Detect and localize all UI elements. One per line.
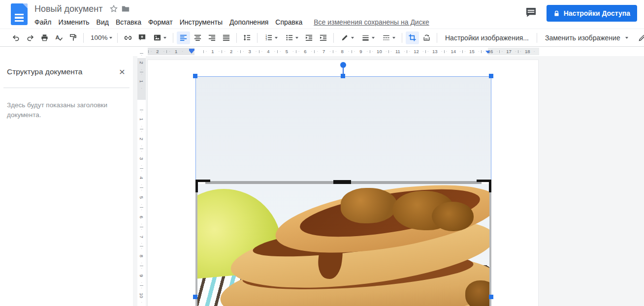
edit-button[interactable]: Редактирова...	[633, 31, 644, 44]
folder-icon[interactable]	[121, 4, 130, 13]
chevron-down-icon	[275, 37, 278, 39]
ruler-number: ·10·	[137, 285, 146, 305]
chevron-down-icon	[351, 37, 354, 39]
reset-image-button[interactable]	[420, 31, 433, 44]
image-options-button[interactable]: Настройки изображения...	[440, 31, 534, 44]
menu-item[interactable]: Изменить	[55, 17, 93, 27]
star-icon[interactable]	[109, 4, 118, 13]
ruler-number: ·7·	[137, 227, 146, 246]
chevron-down-icon	[392, 37, 395, 39]
docs-app-icon[interactable]	[11, 3, 28, 25]
toolbar-separator	[236, 33, 237, 43]
line-spacing-button[interactable]	[240, 31, 254, 44]
crop-edge-left[interactable]	[195, 192, 197, 306]
ruler-number: ·2·	[137, 129, 146, 149]
menu-item[interactable]: Дополнения	[226, 17, 272, 27]
document-outline-panel: Структура документа × Здесь будут показа…	[0, 47, 133, 306]
print-button[interactable]	[38, 31, 51, 44]
chevron-down-icon	[295, 37, 298, 39]
align-left-button[interactable]	[177, 31, 190, 44]
replace-image-button[interactable]: Заменить изображение	[540, 31, 633, 44]
bulleted-list-button[interactable]	[282, 31, 301, 44]
border-color-button[interactable]	[337, 31, 357, 44]
comments-button[interactable]	[523, 5, 539, 22]
ruler-number: ·12·	[407, 48, 426, 55]
ruler-number: ·9·	[352, 48, 370, 55]
resize-handle-mid-right[interactable]	[489, 295, 493, 299]
numbered-list-button[interactable]: 123	[261, 31, 281, 44]
menu-item[interactable]: Файл	[31, 17, 55, 27]
resize-handle-top-left[interactable]	[193, 74, 197, 78]
ruler-number: ·17·	[500, 48, 518, 55]
save-status-link[interactable]: Все изменения сохранены на Диске	[314, 18, 429, 26]
ruler-number: ·3·	[240, 48, 259, 55]
document-title[interactable]: Новый документ	[34, 4, 103, 14]
crop-handle-top-center[interactable]	[333, 180, 351, 184]
crop-edge-right[interactable]	[489, 192, 491, 306]
zoom-select[interactable]: 100%	[87, 31, 114, 44]
zoom-value: 100%	[91, 34, 108, 41]
header-main: Новый документ ФайлИзменитьВидВставкаФор…	[34, 0, 523, 28]
ruler-number: ·10·	[370, 48, 389, 55]
undo-button[interactable]	[9, 31, 23, 44]
border-weight-button[interactable]	[358, 31, 378, 44]
resize-handle-mid-left[interactable]	[193, 295, 197, 299]
rotation-handle[interactable]	[340, 62, 346, 68]
ruler-number: ·5·	[137, 188, 146, 208]
toolbar-separator	[437, 33, 437, 43]
ruler-number: ·1·	[137, 72, 146, 92]
insert-image-button[interactable]	[150, 31, 169, 44]
toolbar-separator	[83, 33, 84, 43]
share-button[interactable]: Настройки Доступа	[547, 5, 637, 22]
add-comment-button[interactable]	[135, 31, 149, 44]
ruler-number: ·9·	[137, 266, 146, 286]
inline-image-pancakes[interactable]	[195, 184, 491, 306]
image-uncropped-area	[196, 77, 491, 181]
border-dash-button[interactable]	[379, 31, 398, 44]
menu-item[interactable]: Справка	[272, 17, 306, 27]
paint-format-button[interactable]	[66, 31, 80, 44]
share-button-label: Настройки Доступа	[564, 9, 630, 17]
insert-link-button[interactable]	[121, 31, 134, 44]
ruler-number: ·4·	[137, 168, 146, 188]
left-indent-marker[interactable]	[189, 49, 194, 55]
toolbar-separator	[402, 33, 402, 43]
resize-handle-top-right[interactable]	[489, 74, 493, 78]
decrease-indent-button[interactable]	[302, 31, 316, 44]
header: Новый документ ФайлИзменитьВидВставкаФор…	[0, 0, 644, 29]
ruler-number: ·18·	[518, 48, 537, 55]
document-page[interactable]	[148, 60, 538, 306]
align-right-button[interactable]	[205, 31, 219, 44]
crop-image-button[interactable]	[406, 31, 419, 44]
align-justify-button[interactable]	[220, 31, 233, 44]
workspace: Структура документа × Здесь будут показа…	[0, 47, 644, 306]
crop-handle-top-right[interactable]	[489, 180, 491, 192]
ruler-number: ·8·	[333, 48, 352, 55]
redo-button[interactable]	[24, 31, 37, 44]
increase-indent-button[interactable]	[317, 31, 330, 44]
vertical-ruler[interactable]: ·2··1··1··2··3··4··5··6··7··8··9··10·	[137, 56, 146, 306]
lock-icon	[553, 10, 560, 17]
menu-item[interactable]: Вставка	[112, 17, 145, 27]
align-center-button[interactable]	[191, 31, 204, 44]
resize-handle-top-center[interactable]	[341, 74, 345, 78]
svg-text:A: A	[55, 34, 59, 40]
menu-item[interactable]: Инструменты	[176, 17, 226, 27]
close-outline-button[interactable]: ×	[118, 66, 126, 77]
ruler-number: ·3·	[137, 149, 146, 168]
ruler-number: ·15·	[463, 48, 482, 55]
toolbar-separator	[537, 33, 537, 43]
crop-handle-top-left[interactable]	[195, 180, 198, 192]
ruler-number: ·2·	[148, 48, 167, 55]
toolbar-separator	[333, 33, 334, 43]
menu-item[interactable]: Вид	[93, 17, 112, 27]
ruler-number: ·1·	[137, 110, 146, 129]
spellcheck-button[interactable]: A	[52, 31, 65, 44]
menu-item[interactable]: Формат	[145, 17, 176, 27]
horizontal-ruler[interactable]: ·2··1··1··2··3··4··5··6··7··8··9··10··11…	[148, 48, 539, 55]
menu-bar: ФайлИзменитьВидВставкаФорматИнструментыД…	[31, 16, 523, 28]
toolbar: A 100% 123 Настройки изображения... Заме…	[0, 29, 644, 47]
right-indent-marker[interactable]	[485, 49, 491, 55]
ruler-number: ·5·	[278, 48, 296, 55]
ruler-number: ·6·	[296, 48, 315, 55]
